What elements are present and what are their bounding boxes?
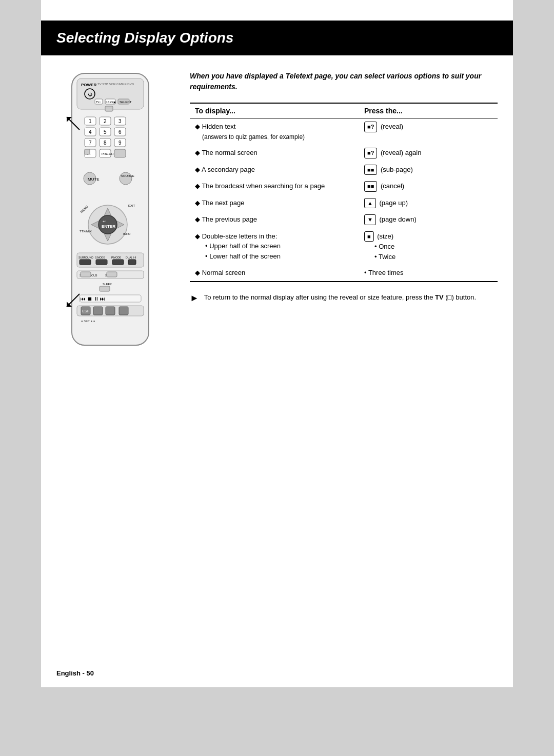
svg-text:MUTE: MUTE: [88, 177, 100, 182]
note-arrow-icon: ►: [190, 291, 199, 305]
svg-text:P.MODE: P.MODE: [111, 256, 122, 259]
note-row: ► To return to the normal display after …: [190, 292, 498, 305]
col2-header: Press the...: [359, 103, 498, 118]
table-row: ◆ The next page ▲ (page up): [190, 195, 498, 212]
display-cell: ◆ Normal screen: [190, 265, 359, 282]
svg-text:⏻: ⏻: [88, 92, 92, 97]
svg-rect-36: [85, 149, 90, 154]
display-cell: ◆ The next page: [190, 195, 359, 212]
svg-text:5: 5: [104, 129, 107, 135]
display-cell: ◆ The previous page: [190, 211, 359, 228]
svg-text:SURROUND: SURROUND: [78, 256, 93, 259]
col1-header: To display...: [190, 103, 359, 118]
svg-text:TV□: TV□: [96, 101, 101, 104]
display-cell: ◆ A secondary page: [190, 162, 359, 178]
svg-rect-59: [80, 260, 91, 265]
svg-text:P.SIZE▣: P.SIZE▣: [106, 101, 116, 104]
svg-text:1: 1: [89, 118, 92, 124]
diamond-icon: ◆: [195, 182, 202, 190]
right-column: When you have displayed a Teletext page,…: [185, 71, 498, 354]
svg-rect-12: [105, 106, 113, 111]
svg-rect-66: [81, 272, 91, 277]
table-row: ◆ Hidden text (answers to quiz games, fo…: [190, 118, 498, 145]
svg-text:7: 7: [89, 140, 92, 146]
svg-text:SLEEP: SLEEP: [103, 283, 112, 286]
svg-text:9: 9: [118, 140, 122, 146]
svg-text:⏮ ⏹ ⏸ ⏭: ⏮ ⏹ ⏸ ⏭: [81, 296, 105, 302]
press-cell: ■ (size) • Once • Twice: [359, 228, 498, 265]
svg-rect-67: [107, 272, 117, 277]
page-title: Selecting Display Options: [56, 30, 498, 46]
press-cell: ■■ (sub-page): [359, 162, 498, 178]
svg-text:S.MODE: S.MODE: [95, 256, 105, 259]
main-content: POWER ⏻ TV STB VCR CABLE DVD TV□ P.SIZE▣…: [41, 55, 513, 370]
key-badge: ■?: [364, 122, 377, 132]
footer: English - 50: [56, 669, 94, 677]
press-cell: ■? (reveal) again: [359, 145, 498, 162]
table-row: ◆ A secondary page ■■ (sub-page): [190, 162, 498, 178]
key-badge: ■: [364, 231, 374, 242]
press-cell: ▲ (page up): [359, 195, 498, 212]
svg-text:4: 4: [89, 129, 92, 135]
page: Selecting Display Options POWER: [0, 0, 554, 756]
key-badge: ▲: [364, 198, 376, 209]
display-cell: ◆ The normal screen: [190, 145, 359, 162]
display-cell: ◆ The broadcast when searching for a pag…: [190, 178, 359, 195]
svg-text:ESF: ESF: [82, 309, 89, 313]
svg-text:2: 2: [104, 118, 107, 124]
display-cell: ◆ Hidden text (answers to quiz games, fo…: [190, 118, 359, 145]
svg-text:● SET    ● ●: ● SET ● ●: [81, 320, 95, 323]
svg-text:POWER: POWER: [81, 83, 96, 87]
note-text: To return to the normal display after us…: [204, 292, 476, 303]
diamond-icon: ◆: [195, 199, 202, 207]
press-cell: ■■ (cancel): [359, 178, 498, 195]
table-row: ◆ The previous page ▼ (page down): [190, 211, 498, 228]
svg-text:SELECT: SELECT: [120, 101, 132, 104]
table-row: ◆ The normal screen ■? (reveal) again: [190, 145, 498, 162]
diamond-icon: ◆: [195, 166, 202, 173]
press-cell: • Three times: [359, 265, 498, 282]
svg-rect-61: [112, 260, 124, 265]
diamond-icon: ◆: [195, 269, 202, 276]
svg-rect-77: [119, 307, 128, 315]
svg-rect-76: [106, 307, 115, 315]
key-badge: ■■: [364, 165, 377, 175]
table-row: ◆ Normal screen • Three times: [190, 265, 498, 282]
svg-text:3: 3: [118, 118, 122, 124]
display-cell: ◆ Double-size letters in the: • Upper ha…: [190, 228, 359, 265]
svg-rect-60: [96, 260, 107, 265]
table-row: ◆ The broadcast when searching for a pag…: [190, 178, 498, 195]
svg-text:PRE-CH: PRE-CH: [102, 152, 113, 155]
diamond-icon: ◆: [195, 123, 202, 130]
svg-text:INFO: INFO: [123, 232, 131, 235]
left-column: POWER ⏻ TV STB VCR CABLE DVD TV□ P.SIZE▣…: [56, 71, 169, 354]
svg-rect-62: [128, 260, 136, 265]
diamond-icon: ◆: [195, 215, 202, 223]
display-table: To display... Press the... ◆ Hidden text…: [190, 103, 498, 282]
press-cell: ▼ (page down): [359, 211, 498, 228]
svg-text:EXIT: EXIT: [128, 204, 135, 207]
svg-rect-75: [93, 307, 103, 315]
svg-rect-69: [100, 286, 110, 291]
svg-text:TTX/MIX: TTX/MIX: [80, 230, 92, 233]
remote-svg: POWER ⏻ TV STB VCR CABLE DVD TV□ P.SIZE▣…: [62, 71, 159, 353]
svg-text:6: 6: [118, 129, 122, 135]
footer-text: English - 50: [56, 669, 94, 677]
svg-text:ENTER: ENTER: [102, 224, 115, 229]
title-bar: Selecting Display Options: [41, 21, 513, 55]
diamond-icon: ◆: [195, 149, 202, 156]
table-row: ◆ Double-size letters in the: • Upper ha…: [190, 228, 498, 265]
svg-text:↩: ↩: [103, 220, 106, 223]
diamond-icon: ◆: [195, 232, 202, 240]
svg-text:SOURCE: SOURCE: [121, 174, 134, 177]
content-area: Selecting Display Options POWER: [41, 0, 513, 687]
key-badge: ■■: [364, 181, 377, 192]
intro-text: When you have displayed a Teletext page,…: [190, 71, 498, 92]
svg-text:8: 8: [104, 140, 107, 146]
svg-text:TV  STB  VCR  CABLE  DVD: TV STB VCR CABLE DVD: [97, 83, 134, 86]
key-badge: ■?: [364, 148, 377, 158]
svg-text:DUAL I-II: DUAL I-II: [126, 256, 136, 259]
key-badge: ▼: [364, 214, 376, 225]
press-cell: ■? (reveal): [359, 118, 498, 145]
svg-rect-37: [114, 149, 126, 157]
